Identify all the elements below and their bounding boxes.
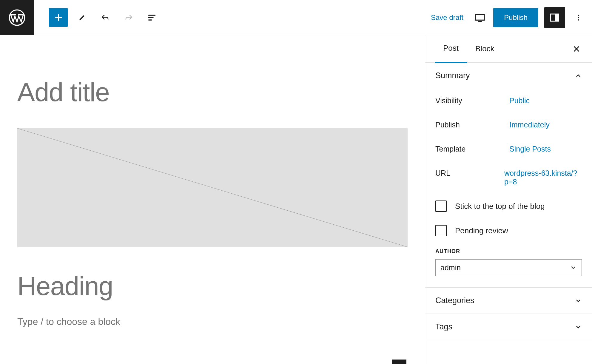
publish-label: Publish [435, 121, 509, 129]
list-view-button[interactable] [143, 9, 161, 27]
svg-point-5 [578, 17, 579, 18]
summary-panel-body: Visibility Public Publish Immediately Te… [425, 89, 592, 287]
toolbar-left [34, 8, 161, 27]
chevron-down-icon [575, 323, 582, 331]
preview-button[interactable] [472, 10, 487, 25]
settings-sidebar: Post Block Summary Visibility Public Pub… [425, 35, 592, 364]
url-value: wordpress-63.kinsta/?p=8 [504, 169, 582, 186]
pending-review-checkbox[interactable] [435, 225, 447, 236]
heading-block[interactable]: Heading [17, 271, 408, 301]
categories-title: Categories [435, 296, 474, 305]
template-value: Single Posts [509, 145, 551, 153]
pencil-icon [77, 13, 87, 22]
publish-value: Immediately [509, 121, 550, 129]
summary-panel: Summary Visibility Public Publish Immedi… [425, 63, 592, 288]
template-label: Template [435, 145, 509, 153]
visibility-label: Visibility [435, 96, 509, 105]
plus-icon [53, 13, 64, 23]
topbar: Save draft Publish [0, 0, 592, 35]
undo-icon [101, 13, 110, 22]
summary-panel-header[interactable]: Summary [425, 63, 592, 89]
add-block-button[interactable] [49, 8, 68, 27]
toolbar-right: Save draft Publish [428, 7, 592, 28]
chevron-down-icon [575, 297, 582, 304]
close-sidebar-button[interactable] [571, 43, 582, 55]
chevron-up-icon [575, 72, 582, 79]
wordpress-logo[interactable] [0, 0, 34, 35]
summary-title: Summary [435, 71, 470, 80]
svg-line-7 [17, 128, 408, 247]
svg-rect-1 [475, 15, 484, 20]
author-label: AUTHOR [435, 243, 582, 259]
stick-top-checkbox[interactable] [435, 200, 447, 212]
template-row[interactable]: Template Single Posts [435, 137, 582, 161]
close-icon [572, 45, 581, 53]
list-icon [147, 13, 157, 22]
redo-button [120, 9, 138, 27]
author-value: admin [440, 263, 461, 272]
post-title-input[interactable]: Add title [17, 77, 408, 107]
paragraph-block[interactable]: Type / to choose a block [17, 316, 408, 327]
svg-point-6 [578, 19, 579, 20]
visibility-value: Public [509, 96, 530, 105]
redo-icon [124, 13, 133, 22]
categories-panel-header[interactable]: Categories [425, 288, 592, 314]
sidebar-icon [549, 12, 560, 23]
tags-title: Tags [435, 322, 452, 331]
desktop-icon [474, 12, 486, 24]
publish-row[interactable]: Publish Immediately [435, 113, 582, 137]
more-menu-button[interactable] [571, 10, 586, 25]
url-label: URL [435, 169, 504, 186]
tools-button[interactable] [73, 9, 91, 27]
url-row[interactable]: URL wordpress-63.kinsta/?p=8 [435, 161, 582, 194]
add-block-inline-button[interactable] [392, 360, 406, 364]
visibility-row[interactable]: Visibility Public [435, 89, 582, 113]
chevron-down-icon [570, 264, 577, 271]
save-draft-button[interactable]: Save draft [428, 9, 466, 26]
categories-panel: Categories [425, 288, 592, 314]
tags-panel-header[interactable]: Tags [425, 314, 592, 340]
content-area: Add title Heading Type / to choose a blo… [0, 35, 592, 364]
sidebar-toggle-button[interactable] [544, 7, 565, 28]
undo-button[interactable] [96, 9, 114, 27]
pending-review-checkbox-row[interactable]: Pending review [435, 218, 582, 243]
dots-vertical-icon [575, 14, 582, 21]
plus-icon [395, 363, 403, 364]
sidebar-tabs: Post Block [425, 35, 592, 63]
svg-point-4 [578, 15, 579, 16]
stick-top-label: Stick to the top of the blog [455, 202, 545, 211]
wordpress-icon [9, 9, 25, 26]
placeholder-image-icon [17, 128, 408, 247]
pending-review-label: Pending review [455, 226, 508, 235]
publish-button[interactable]: Publish [493, 8, 538, 27]
editor-canvas[interactable]: Add title Heading Type / to choose a blo… [0, 35, 425, 364]
tab-post[interactable]: Post [435, 35, 467, 63]
stick-top-checkbox-row[interactable]: Stick to the top of the blog [435, 194, 582, 218]
tab-block[interactable]: Block [467, 35, 503, 62]
svg-rect-3 [555, 14, 559, 21]
cover-block[interactable] [17, 128, 408, 247]
tags-panel: Tags [425, 314, 592, 340]
author-select[interactable]: admin [435, 259, 582, 276]
